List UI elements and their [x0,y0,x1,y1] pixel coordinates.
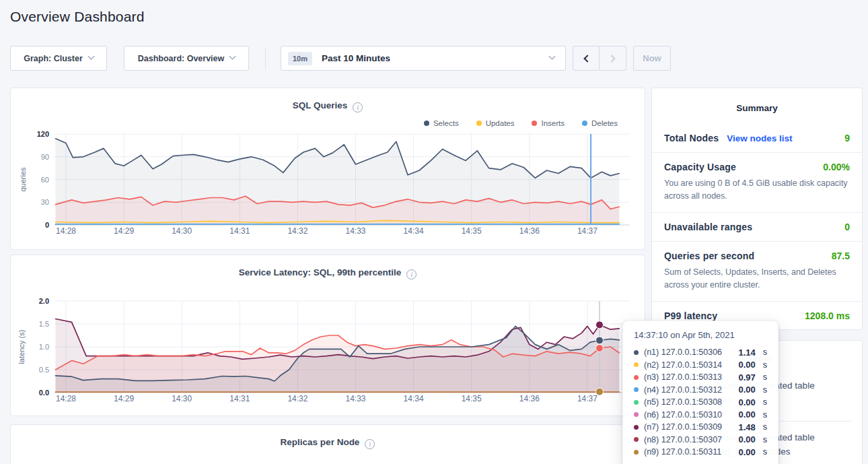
qps-label: Queries per second [664,251,754,261]
tooltip-row: (n3) 127.0.0.1:503130.97s [634,371,767,384]
chevron-right-icon [608,55,615,62]
replicas-per-node-panel: Replicas per Node [10,424,645,464]
node-latency-value: 0.00 [738,360,755,370]
info-icon[interactable] [406,269,417,279]
node-address: (n1) 127.0.0.1:50306 [644,347,722,357]
prev-time-button[interactable] [573,46,600,71]
latency-unit: s [763,385,767,395]
legend-item-selects[interactable]: Selects [424,119,459,127]
legend-color-dot [476,121,482,126]
info-icon[interactable] [365,439,375,449]
svg-text:14:32: 14:32 [287,394,308,403]
node-address: (n2) 127.0.0.1:50314 [644,360,722,370]
legend-color-dot [424,121,429,126]
summary-title: Summary [652,88,862,124]
legend-item-deletes[interactable]: Deletes [582,119,618,127]
latency-unit: s [763,435,767,444]
node-address: (n4) 127.0.0.1:50312 [644,385,722,395]
svg-text:14:28: 14:28 [56,226,76,236]
service-latency-chart[interactable]: 14:2814:2914:3014:3114:3214:3314:3414:35… [11,292,645,408]
legend-item-inserts[interactable]: Inserts [532,119,565,127]
tooltip-row: (n4) 127.0.0.1:503120.00s [634,384,767,397]
tooltip-connector: on [670,330,680,340]
unavailable-ranges-value: 0 [844,222,850,232]
summary-row-unavailable-ranges: Unavailable ranges 0 [652,212,862,241]
tooltip-date: Apr 5th, 2021 [682,330,735,340]
capacity-description: You are using 0 B of 4.5 GiB usable disk… [664,177,850,203]
service-latency-panel: Service Latency: SQL, 99th percentile 14… [10,255,645,416]
page-title: Overview Dashboard [10,9,145,25]
sql-queries-chart[interactable]: 14:2814:2914:3014:3114:3214:3314:3414:35… [11,127,645,243]
node-color-dot [634,362,639,367]
summary-row-qps: Queries per second 87.5 Sum of Selects, … [652,241,862,301]
capacity-label: Capacity Usage [664,162,736,172]
sql-queries-panel: SQL Queries SelectsUpdatesInsertsDeletes… [10,88,645,250]
p99-latency-value: 1208.0 ms [805,310,850,321]
chart-hover-tooltip: 14:37:10 on Apr 5th, 2021 (n1) 127.0.0.1… [622,321,779,464]
legend-label: Updates [486,119,515,127]
svg-text:14:28: 14:28 [56,394,76,403]
svg-text:14:30: 14:30 [172,226,192,236]
tooltip-row: (n6) 127.0.0.1:503100.00s [634,409,767,422]
svg-text:30: 30 [41,198,49,206]
latency-unit: s [763,360,767,370]
node-latency-value: 0.00 [738,434,755,444]
time-range-selector[interactable]: 10m Past 10 Minutes [281,46,566,71]
legend-label: Selects [433,119,459,127]
replicas-chart-title-text: Replicas per Node [281,437,360,447]
node-latency-value: 0.00 [738,409,755,420]
svg-text:14:29: 14:29 [114,226,134,236]
svg-text:0: 0 [45,221,49,229]
time-step-buttons [573,46,626,71]
node-address: (n7) 127.0.0.1:50309 [644,422,722,432]
legend-item-updates[interactable]: Updates [476,119,515,127]
time-range-badge: 10m [288,52,312,65]
latency-unit: s [763,422,767,432]
svg-text:14:34: 14:34 [404,226,424,236]
tooltip-rows: (n1) 127.0.0.1:503061.14s(n2) 127.0.0.1:… [634,346,767,459]
controls-divider [265,47,266,69]
svg-text:14:36: 14:36 [519,226,540,236]
svg-text:14:31: 14:31 [229,226,250,236]
graph-dropdown[interactable]: Graph: Cluster [10,46,107,71]
info-icon[interactable] [353,102,363,112]
svg-text:1.0: 1.0 [39,343,49,351]
total-nodes-label: Total Nodes [664,133,719,143]
node-address: (n5) 127.0.0.1:50308 [644,397,722,407]
node-latency-value: 0.00 [738,397,755,407]
qps-description: Sum of Selects, Updates, Inserts, and De… [664,266,850,292]
dashboard-dropdown[interactable]: Dashboard: Overview [124,46,249,71]
svg-text:60: 60 [41,176,49,184]
node-address: (n9) 127.0.0.1:50311 [644,447,721,457]
svg-text:14:32: 14:32 [287,226,308,236]
tooltip-time: 14:37:10 [634,330,668,340]
node-latency-value: 1.14 [738,347,755,358]
p99-latency-label: P99 latency [664,310,717,321]
tooltip-row: (n8) 127.0.0.1:503070.00s [634,434,767,446]
dashboard-dropdown-label: Dashboard: Overview [138,54,225,63]
time-range-label: Past 10 Minutes [322,53,390,63]
chevron-left-icon [583,55,591,62]
tooltip-row: (n1) 127.0.0.1:503061.14s [634,346,767,359]
legend-label: Deletes [591,119,618,127]
view-nodes-list-link[interactable]: View nodes list [727,133,792,143]
tooltip-row: (n2) 127.0.0.1:503140.00s [634,359,767,372]
node-address: (n8) 127.0.0.1:50307 [644,435,722,444]
chevron-down-icon [87,53,94,60]
latency-unit: s [763,347,767,357]
graph-dropdown-label: Graph: Cluster [24,54,83,63]
latency-unit: s [763,447,767,457]
node-color-dot [634,425,639,430]
next-time-button[interactable] [600,46,626,71]
svg-text:14:35: 14:35 [462,394,482,403]
sql-chart-title-text: SQL Queries [293,100,348,110]
now-button[interactable]: Now [633,46,671,71]
qps-value: 87.5 [832,251,850,261]
svg-text:14:29: 14:29 [114,394,134,403]
capacity-value: 0.00% [823,162,850,172]
svg-text:2.0: 2.0 [39,297,49,305]
total-nodes-value: 9 [844,133,850,143]
replicas-chart-title: Replicas per Node [11,425,645,449]
summary-row-total-nodes: Total Nodes View nodes list 9 [652,124,862,152]
svg-text:14:37: 14:37 [577,394,598,403]
